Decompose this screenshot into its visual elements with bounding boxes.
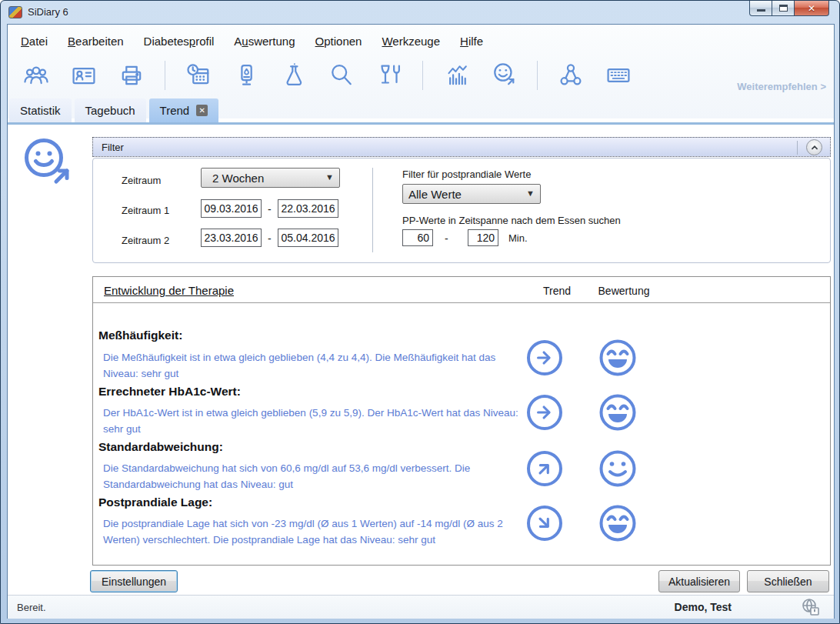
status-text: Bereit. xyxy=(17,602,46,613)
pp-filter-label: Filter für postprandiale Werte xyxy=(402,169,531,180)
title-bar: SiDiary 6 ✕ xyxy=(1,1,839,24)
trend-arrow-icon xyxy=(527,451,562,486)
share-icon xyxy=(556,61,585,90)
zeitraum2-from-input[interactable] xyxy=(201,229,262,247)
pp-to-input[interactable] xyxy=(468,229,498,246)
glucose-meter-button[interactable] xyxy=(232,61,261,90)
toolbar xyxy=(22,58,633,92)
window-controls: ✕ xyxy=(749,1,829,16)
keyboard-button[interactable] xyxy=(604,61,633,90)
lab-button[interactable] xyxy=(279,61,308,90)
menu-datei[interactable]: Datei xyxy=(21,35,48,48)
zeitraum-label: Zeitraum xyxy=(122,175,161,186)
menu-hilfe[interactable]: Hilfe xyxy=(460,35,483,48)
nutrition-button[interactable] xyxy=(375,61,404,90)
close-window-button[interactable]: ✕ xyxy=(795,1,829,16)
settings-button[interactable]: Einstellungen xyxy=(90,570,178,592)
statistics-chart-icon xyxy=(442,61,471,90)
lab-flask-icon xyxy=(279,61,308,90)
tab-close-icon[interactable]: ✕ xyxy=(196,105,208,116)
rating-smiley-icon xyxy=(598,449,638,489)
zeitraum2-to-input[interactable] xyxy=(278,229,338,247)
menu-bar: Datei Bearbeiten Diabetesprofil Auswertu… xyxy=(21,31,483,51)
minimize-icon xyxy=(757,9,765,12)
share-button[interactable] xyxy=(556,61,585,90)
trend-smiley-icon xyxy=(489,61,518,90)
therapy-panel: Entwicklung der Therapie Trend Bewertung… xyxy=(92,276,831,566)
rating-column-header: Bewertung xyxy=(592,285,656,325)
trend-arrow-icon xyxy=(527,395,562,430)
row-text: Die Meßhäufigkeit ist in etwa gleich geb… xyxy=(103,349,525,382)
maximize-button[interactable] xyxy=(772,1,795,16)
diary-time-button[interactable] xyxy=(184,61,213,90)
trend-button[interactable] xyxy=(489,61,518,90)
zeitraum1-label: Zeitraum 1 xyxy=(122,205,169,216)
row-text: Der HbA1c-Wert ist in etwa gleich geblie… xyxy=(103,405,525,437)
filter-panel-body: Zeitraum 2 Wochen ▼ Zeitraum 1 - Zeitrau… xyxy=(92,158,831,263)
row-text: Die postprandiale Lage hat sich von -23 … xyxy=(103,516,525,548)
menu-optionen[interactable]: Optionen xyxy=(315,35,362,48)
toolbar-separator xyxy=(422,61,423,90)
row-title: Standardabweichung: xyxy=(98,440,223,454)
toolbar-separator xyxy=(165,61,165,90)
collapse-separator xyxy=(797,141,798,155)
statistics-button[interactable] xyxy=(442,61,471,90)
tab-label: Trend xyxy=(160,104,190,117)
chevron-down-icon: ▼ xyxy=(526,189,535,198)
therapy-title: Entwicklung der Therapie xyxy=(104,284,234,297)
current-user: Demo, Test xyxy=(675,601,732,613)
range-dash: - xyxy=(268,203,272,215)
pp-filter-select[interactable]: Alle Werte ▼ xyxy=(402,184,541,204)
glucose-meter-icon xyxy=(232,61,261,90)
close-button[interactable]: Schließen xyxy=(747,570,829,592)
status-bar: Bereit. Demo, Test xyxy=(8,595,834,619)
menu-auswertung[interactable]: Auswertung xyxy=(234,35,295,48)
menu-bearbeiten[interactable]: Bearbeiten xyxy=(68,35,124,48)
row-text: Die Standardabweichung hat sich von 60,6… xyxy=(103,460,525,492)
zeitraum2-label: Zeitraum 2 xyxy=(122,235,169,246)
users-icon xyxy=(22,61,51,90)
collapse-filter-button[interactable] xyxy=(806,139,822,155)
filter-vertical-divider xyxy=(372,168,373,252)
rating-smiley-icon xyxy=(598,392,638,432)
chevron-up-icon xyxy=(809,142,820,153)
tab-tagebuch[interactable]: Tagebuch xyxy=(75,98,146,122)
search-button[interactable] xyxy=(327,61,356,90)
keyboard-icon xyxy=(604,61,633,90)
content-area: Filter Zeitraum 2 Wochen ▼ Zeitraum 1 - … xyxy=(8,125,834,595)
tab-label: Tagebuch xyxy=(85,104,135,117)
rating-smiley-icon xyxy=(598,503,638,543)
close-icon: ✕ xyxy=(808,3,815,14)
tab-trend[interactable]: Trend ✕ xyxy=(149,98,219,122)
food-icon xyxy=(375,61,404,90)
app-window: SiDiary 6 ✕ Datei Bearbeiten Diabetespro… xyxy=(0,0,840,624)
zeitraum-selected-value: 2 Wochen xyxy=(212,172,264,185)
zeitraum1-from-input[interactable] xyxy=(201,199,262,218)
tab-strip: Statistik Tagebuch Trend ✕ xyxy=(9,98,218,122)
contact-card-button[interactable] xyxy=(69,61,98,90)
chevron-down-icon: ▼ xyxy=(325,172,334,182)
print-button[interactable] xyxy=(117,61,146,90)
pp-unit-label: Min. xyxy=(508,232,528,244)
online-status-icon xyxy=(800,597,822,622)
menu-diabetesprofil[interactable]: Diabetesprofil xyxy=(144,35,215,48)
minimize-button[interactable] xyxy=(749,1,772,16)
pp-span-label: PP-Werte in Zeitspanne nach dem Essen su… xyxy=(402,215,621,226)
search-icon xyxy=(327,61,356,90)
app-logo-icon xyxy=(8,6,22,18)
row-title: Meßhäufigkeit: xyxy=(98,329,182,342)
range-dash: - xyxy=(268,232,272,245)
toolbar-separator xyxy=(537,61,538,90)
zeitraum-select[interactable]: 2 Wochen ▼ xyxy=(201,168,340,188)
contact-card-icon xyxy=(69,61,98,90)
filter-panel-header[interactable]: Filter xyxy=(92,137,831,157)
trend-arrow-icon xyxy=(527,506,562,541)
menu-werkzeuge[interactable]: Werkzeuge xyxy=(382,35,440,48)
pp-from-input[interactable] xyxy=(402,229,433,246)
tab-statistik[interactable]: Statistik xyxy=(9,98,72,122)
recommend-link[interactable]: Weiterempfehlen > xyxy=(737,81,826,92)
refresh-button[interactable]: Aktualisieren xyxy=(658,570,740,592)
window-title: SiDiary 6 xyxy=(28,6,68,18)
users-button[interactable] xyxy=(22,61,51,90)
zeitraum1-to-input[interactable] xyxy=(278,199,338,218)
